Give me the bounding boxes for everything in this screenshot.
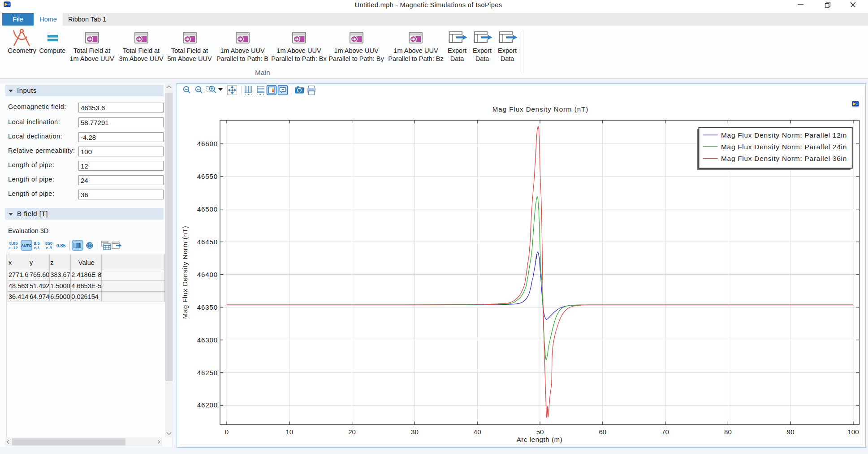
svg-text:e-1: e-1 bbox=[34, 245, 40, 250]
svg-text:e-12: e-12 bbox=[9, 245, 17, 250]
svg-text:10: 10 bbox=[285, 428, 293, 436]
svg-text:46550: 46550 bbox=[197, 173, 218, 180]
svg-text:46400: 46400 bbox=[197, 271, 218, 278]
svg-text:46350: 46350 bbox=[197, 303, 218, 311]
svg-text:Mag Flux Density Norm: Paralle: Mag Flux Density Norm: Parallel 36in bbox=[721, 155, 847, 162]
svg-text:70: 70 bbox=[661, 428, 669, 436]
svg-text:46450: 46450 bbox=[197, 238, 218, 246]
svg-text:Arc length (m): Arc length (m) bbox=[517, 436, 563, 443]
svg-text:30: 30 bbox=[411, 428, 419, 436]
svg-text:50: 50 bbox=[536, 428, 544, 436]
svg-text:46200: 46200 bbox=[197, 401, 218, 409]
svg-text:AUTO: AUTO bbox=[21, 243, 32, 248]
svg-text:20: 20 bbox=[348, 428, 356, 436]
svg-text:Mag Flux Density Norm (nT): Mag Flux Density Norm (nT) bbox=[181, 226, 189, 319]
svg-text:e-3: e-3 bbox=[46, 245, 52, 250]
svg-text:46600: 46600 bbox=[197, 140, 218, 147]
svg-text:46300: 46300 bbox=[197, 336, 218, 344]
svg-text:80: 80 bbox=[724, 428, 732, 436]
svg-text:100: 100 bbox=[847, 428, 859, 436]
svg-text:Mag Flux Density Norm (nT): Mag Flux Density Norm (nT) bbox=[492, 105, 588, 113]
svg-text:Mag Flux Density Norm: Paralle: Mag Flux Density Norm: Parallel 24in bbox=[721, 143, 847, 151]
svg-text:Mag Flux Density Norm: Paralle: Mag Flux Density Norm: Parallel 12in bbox=[721, 131, 847, 139]
svg-text:40: 40 bbox=[474, 428, 481, 436]
svg-text:0.85: 0.85 bbox=[56, 243, 66, 248]
svg-text:90: 90 bbox=[787, 428, 795, 436]
svg-text:0: 0 bbox=[225, 428, 229, 436]
svg-text:46250: 46250 bbox=[197, 369, 218, 376]
svg-text:46500: 46500 bbox=[197, 205, 218, 213]
svg-text:60: 60 bbox=[599, 428, 606, 436]
